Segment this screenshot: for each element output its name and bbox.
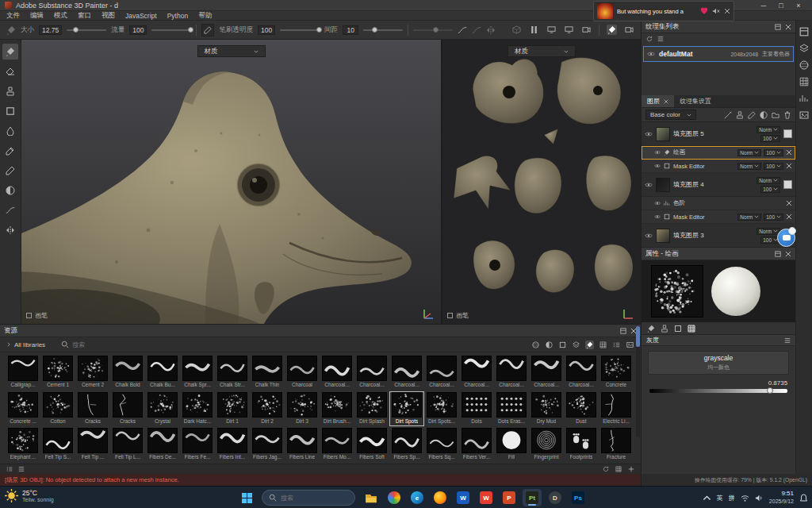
- layer-effect-row[interactable]: 色阶: [642, 197, 795, 210]
- layer-thumbnail[interactable]: [656, 178, 670, 192]
- floating-assistant-widget[interactable]: [777, 229, 795, 247]
- filter-smart-materials-icon[interactable]: [545, 341, 553, 349]
- symmetry-icon[interactable]: [486, 25, 496, 35]
- filter-textures-icon[interactable]: [612, 341, 621, 349]
- taskbar-app-substance-painter[interactable]: Pt: [523, 489, 542, 506]
- asset-item[interactable]: Charcoal: [285, 356, 319, 390]
- menu-item-2[interactable]: 模式: [54, 11, 67, 21]
- tray-overflow-icon[interactable]: [703, 494, 711, 502]
- visibility-toggle-icon[interactable]: [645, 130, 653, 138]
- menu-item-4[interactable]: 视图: [102, 11, 115, 21]
- blend-select[interactable]: Norm: [756, 126, 780, 133]
- viewport-3d[interactable]: 材质 画笔: [21, 40, 441, 324]
- display-settings-icon[interactable]: [546, 25, 557, 35]
- asset-item[interactable]: Chalk Spr...: [181, 356, 214, 390]
- tab-texture-set-settings[interactable]: 纹理集设置: [674, 95, 717, 107]
- notifications-icon[interactable]: [799, 494, 808, 502]
- delete-layer-icon[interactable]: [783, 111, 791, 119]
- asset-item[interactable]: Chalk Thin: [251, 356, 284, 390]
- smudge-tool[interactable]: [2, 123, 18, 139]
- capture-icon[interactable]: [624, 25, 634, 35]
- taskbar-weather-widget[interactable]: 25°C Teilw. sonnig: [5, 489, 54, 502]
- taskbar-app-edge[interactable]: e: [408, 489, 427, 506]
- mute-icon[interactable]: [712, 7, 720, 15]
- import-assets-icon[interactable]: [628, 466, 634, 472]
- layer-effect-row[interactable]: 绘画 Norm100: [642, 146, 795, 160]
- undock-icon[interactable]: [620, 328, 626, 334]
- taskbar-app-word[interactable]: W: [454, 489, 473, 506]
- asset-item[interactable]: Charcoal...: [390, 356, 423, 390]
- dock-panel-display-icon[interactable]: [799, 60, 809, 70]
- ime-indicator[interactable]: 拼: [729, 494, 735, 502]
- details-view-icon[interactable]: [18, 466, 25, 472]
- layer-thumbnail[interactable]: [656, 127, 670, 141]
- visibility-toggle-icon[interactable]: [645, 181, 653, 189]
- taskbar-app-photoshop[interactable]: Ps: [569, 489, 588, 506]
- taskbar-search-input[interactable]: [281, 495, 344, 502]
- layer-row[interactable]: 填充图层 5 Norm100: [642, 122, 795, 146]
- add-effect-icon[interactable]: [724, 111, 732, 119]
- asset-item[interactable]: Charcoal...: [565, 356, 598, 390]
- asset-item[interactable]: Fibers Line: [285, 428, 319, 462]
- close-button[interactable]: ×: [790, 2, 807, 10]
- wifi-icon[interactable]: [741, 494, 749, 502]
- menu-item-5[interactable]: JavaScript: [125, 12, 157, 20]
- asset-item[interactable]: Charcoal...: [355, 356, 389, 390]
- taskbar-app-powerpoint[interactable]: P: [500, 489, 519, 506]
- grayscale-preset[interactable]: grayscale 均一颜色: [648, 351, 789, 375]
- blend-select[interactable]: Norm: [737, 214, 761, 221]
- texture-set-visibility-icon[interactable]: [647, 50, 655, 58]
- asset-item[interactable]: Cotton: [41, 392, 75, 426]
- minimize-button[interactable]: ─: [755, 2, 772, 10]
- stencil-settings-icon[interactable]: [661, 325, 668, 333]
- asset-item[interactable]: Concrete ...: [6, 392, 40, 426]
- asset-item[interactable]: Fibers De...: [146, 428, 179, 462]
- size-slider[interactable]: [67, 29, 106, 31]
- asset-item[interactable]: Footprints: [565, 428, 598, 462]
- assets-search-input[interactable]: [72, 341, 231, 348]
- start-button[interactable]: [238, 489, 255, 506]
- visibility-toggle-icon[interactable]: [654, 149, 661, 156]
- menu-item-0[interactable]: 文件: [6, 11, 20, 21]
- add-fill-layer-icon[interactable]: [736, 111, 744, 119]
- menu-item-1[interactable]: 编辑: [30, 11, 44, 21]
- tab-layers[interactable]: 图层: [642, 95, 674, 107]
- volume-icon[interactable]: [755, 494, 764, 502]
- projection-tool[interactable]: [2, 83, 18, 99]
- asset-item[interactable]: Felt Tip ...: [76, 428, 109, 462]
- asset-item[interactable]: Crystal: [146, 392, 179, 426]
- remove-effect-icon[interactable]: [786, 149, 792, 156]
- path-tool[interactable]: [2, 202, 18, 218]
- dock-panel-texture-set-icon[interactable]: [799, 27, 809, 37]
- visibility-toggle-icon[interactable]: [654, 200, 661, 206]
- taskbar-clock[interactable]: 9:51 2025/9/12: [769, 490, 794, 506]
- flow-value[interactable]: 100: [129, 25, 147, 35]
- layer-mask-thumbnail[interactable]: [783, 129, 792, 138]
- paint-tool[interactable]: [2, 44, 18, 60]
- blend-select[interactable]: Norm: [756, 228, 780, 235]
- add-mask-icon[interactable]: [760, 111, 768, 119]
- asset-item[interactable]: Fibers Mo...: [320, 428, 354, 462]
- layer-row[interactable]: 填充图层 3 Norm100: [642, 224, 795, 248]
- blend-select[interactable]: Norm: [756, 177, 780, 184]
- viewport-2d-uv[interactable]: 材质 画笔: [442, 40, 641, 324]
- dock-panel-properties-icon[interactable]: [799, 110, 809, 120]
- asset-item[interactable]: Dirt Splash: [355, 392, 389, 426]
- asset-item[interactable]: Dirt Spots...: [425, 392, 458, 426]
- asset-item[interactable]: Dirt Brush...: [320, 392, 354, 426]
- layer-row[interactable]: 填充图层 4 Norm100: [642, 173, 795, 197]
- pause-engine-icon[interactable]: [529, 25, 539, 35]
- eraser-tool[interactable]: [2, 64, 18, 79]
- asset-item[interactable]: Dirt 3: [285, 392, 319, 426]
- asset-item[interactable]: Dirt Spots: [390, 392, 423, 426]
- asset-item[interactable]: Charcoal...: [425, 356, 458, 390]
- asset-item[interactable]: Cracks: [76, 392, 109, 426]
- brush-settings-icon[interactable]: [647, 325, 655, 333]
- close-panel-icon[interactable]: [785, 251, 791, 257]
- filter-smart-masks-icon[interactable]: [558, 341, 567, 349]
- asset-item[interactable]: Fingerprint: [530, 428, 563, 462]
- symmetry-tool[interactable]: [2, 222, 18, 238]
- asset-item[interactable]: Fetl Tip L...: [111, 428, 144, 462]
- asset-item[interactable]: Cracks: [111, 392, 144, 426]
- asset-item[interactable]: Fibers Ver...: [460, 428, 493, 462]
